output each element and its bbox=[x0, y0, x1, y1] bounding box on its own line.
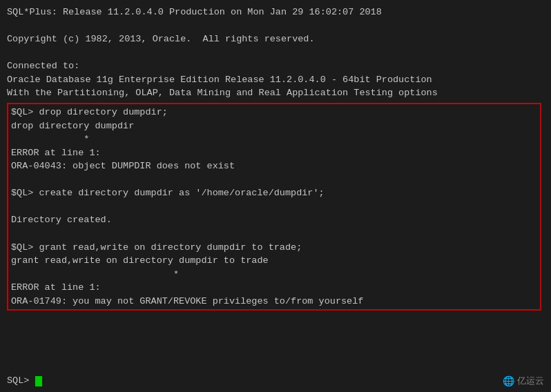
cmd-create: $QL> create directory dumpdir as '/home/… bbox=[11, 186, 537, 200]
prompt-line[interactable]: SQL> bbox=[7, 374, 42, 388]
cmd-drop-echo: drop directory dumpdir bbox=[11, 119, 537, 133]
watermark: 🌐 亿运云 bbox=[503, 375, 544, 387]
error-pointer2: * bbox=[11, 268, 537, 282]
error-block: $QL> drop directory dumpdir; drop direct… bbox=[7, 103, 541, 311]
terminal-content: SQL*Plus: Release 11.2.0.4.0 Production … bbox=[7, 6, 544, 313]
header-blank1 bbox=[7, 19, 544, 33]
copyright-line: Copyright (c) 1982, 2013, Oracle. All ri… bbox=[7, 32, 544, 46]
error-pointer1: * bbox=[11, 133, 537, 146]
watermark-text: 亿运云 bbox=[517, 375, 544, 387]
blank-sep2 bbox=[11, 200, 537, 214]
dir-created: Directory created. bbox=[11, 213, 537, 227]
watermark-icon: 🌐 bbox=[503, 375, 514, 387]
blank-sep3 bbox=[11, 227, 537, 241]
cmd-grant: $QL> grant read,write on directory dumpd… bbox=[11, 241, 537, 255]
db-options-line: With the Partitioning, OLAP, Data Mining… bbox=[7, 86, 544, 100]
sql-prompt: SQL> bbox=[7, 374, 35, 388]
error-label2: ERROR at line 1: bbox=[11, 281, 537, 295]
error-msg1: ORA-04043: object DUMPDIR does not exist bbox=[11, 159, 537, 173]
terminal-cursor bbox=[35, 376, 42, 386]
blank-sep1 bbox=[11, 173, 537, 187]
error-label1: ERROR at line 1: bbox=[11, 146, 537, 160]
header-line1: SQL*Plus: Release 11.2.0.4.0 Production … bbox=[7, 6, 544, 19]
terminal-window: SQL*Plus: Release 11.2.0.4.0 Production … bbox=[0, 0, 551, 392]
db-edition-line: Oracle Database 11g Enterprise Edition R… bbox=[7, 73, 544, 87]
header-blank2 bbox=[7, 46, 544, 60]
connected-label: Connected to: bbox=[7, 59, 544, 73]
error-msg2: ORA-01749: you may not GRANT/REVOKE priv… bbox=[11, 295, 537, 308]
cmd-drop: $QL> drop directory dumpdir; bbox=[11, 106, 537, 119]
bottom-bar: SQL> 🌐 亿运云 bbox=[7, 374, 544, 388]
cmd-grant-echo: grant read,write on directory dumpdir to… bbox=[11, 254, 537, 268]
